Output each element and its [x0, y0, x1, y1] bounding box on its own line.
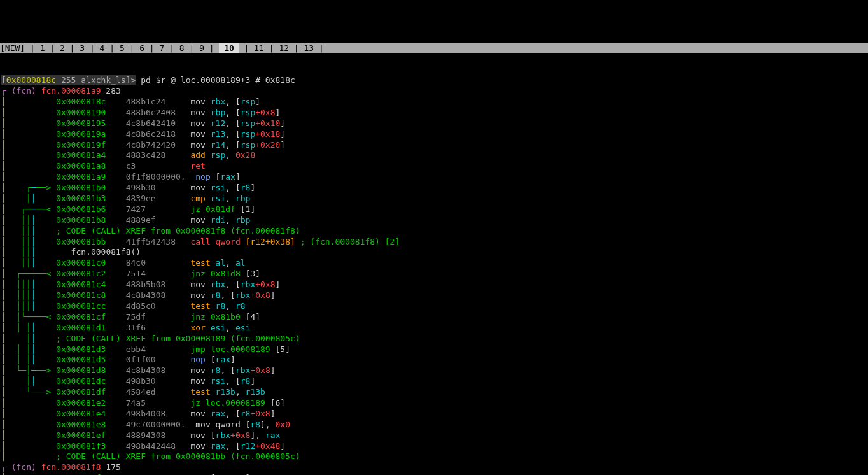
xref: ; CODE (CALL) XREF from 0x000081f8 (fcn.… [56, 226, 300, 236]
tab-13[interactable]: 13 [304, 43, 314, 53]
tab-new[interactable]: [NEW] [0, 43, 25, 53]
tab-7[interactable]: 7 [160, 43, 165, 53]
addr: 0x0000818c [56, 97, 106, 106]
tab-12[interactable]: 12 [279, 43, 289, 53]
tab-4[interactable]: 4 [100, 43, 105, 53]
tab-11[interactable]: 11 [254, 43, 264, 53]
fcn-header-1: ┌ (fcn) fcn.000081a9 283 [1, 86, 121, 96]
hex: 488b1c24 [126, 97, 166, 106]
tab-1[interactable]: 1 [40, 43, 45, 53]
tab-8[interactable]: 8 [179, 43, 185, 53]
tab-5[interactable]: 5 [120, 43, 125, 53]
tab-6[interactable]: 6 [139, 43, 144, 53]
terminal-output[interactable]: [0x0000818c 255 alxchk_ls]> pd $r @ loc.… [0, 64, 868, 475]
tab-3[interactable]: 3 [80, 43, 85, 53]
fcn-header-2: ┌ (fcn) fcn.000081f8 175 [1, 462, 121, 472]
op: mov [190, 97, 210, 106]
tab-bar: [NEW] | 1 | 2 | 3 | 4 | 5 | 6 | 7 | 8 | … [0, 43, 868, 54]
tab-2[interactable]: 2 [60, 43, 65, 53]
prompt: [0x0000818c 255 alxchk_ls]> [1, 75, 136, 85]
fcn-call-label: fcn.000081f8() [71, 247, 141, 257]
tab-9[interactable]: 9 [199, 43, 204, 53]
tab-10[interactable]: 10 [219, 43, 239, 53]
prompt-command: pd $r @ loc.00008189+3 # 0x818c [136, 75, 295, 85]
